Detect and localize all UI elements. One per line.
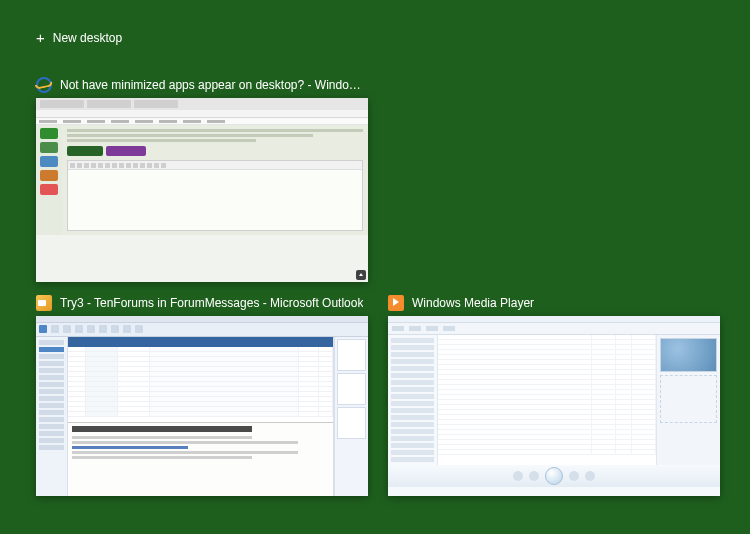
new-desktop-button[interactable]: + New desktop — [36, 30, 122, 45]
play-icon — [545, 467, 563, 485]
shuffle-icon — [513, 471, 523, 481]
window-preview-ie — [36, 98, 368, 282]
window-thumbnail-wmp[interactable]: Windows Media Player — [388, 294, 720, 496]
previous-icon — [529, 471, 539, 481]
window-preview-outlook — [36, 316, 368, 496]
window-thumbnail-ie[interactable]: Not have minimized apps appear on deskto… — [36, 76, 368, 282]
windows-media-player-icon — [388, 295, 404, 311]
scroll-to-top-icon — [356, 270, 366, 280]
playlist-drop-area — [660, 375, 717, 423]
forum-action-bar — [67, 146, 363, 156]
wmp-playback-controls — [388, 465, 720, 487]
new-desktop-label: New desktop — [53, 31, 122, 45]
outlook-reading-pane — [68, 422, 333, 496]
window-preview-wmp — [388, 316, 720, 496]
internet-explorer-icon — [36, 77, 52, 93]
outlook-titlebar — [36, 316, 368, 323]
window-thumbnail-outlook[interactable]: Try3 - TenForums in ForumMessages - Micr… — [36, 294, 368, 496]
wmp-command-bar — [388, 323, 720, 335]
wmp-library-nav — [388, 335, 438, 465]
window-title: Windows Media Player — [412, 296, 534, 310]
mini-calendar — [337, 339, 366, 371]
thumbnail-header: Try3 - TenForums in ForumMessages - Micr… — [36, 294, 368, 312]
plus-icon: + — [36, 30, 45, 45]
forum-reply-editor — [67, 160, 363, 231]
thumbnail-header: Not have minimized apps appear on deskto… — [36, 76, 368, 94]
outlook-calendar-pane — [334, 337, 368, 496]
wmp-track-list — [438, 335, 656, 465]
forum-page-body — [36, 125, 368, 235]
outlook-folder-nav — [36, 337, 68, 496]
window-title: Try3 - TenForums in ForumMessages - Micr… — [60, 296, 363, 310]
repeat-icon — [585, 471, 595, 481]
ie-tab-bar — [36, 98, 368, 110]
mini-calendar — [337, 407, 366, 439]
ie-bookmarks-bar — [36, 118, 368, 125]
outlook-message-list — [68, 337, 334, 496]
thumbnail-header: Windows Media Player — [388, 294, 720, 312]
window-title: Not have minimized apps appear on deskto… — [60, 78, 368, 92]
forum-main-content — [62, 125, 368, 235]
forum-sidebar — [36, 125, 62, 235]
album-art — [660, 338, 717, 372]
outlook-icon — [36, 295, 52, 311]
outlook-ribbon — [36, 323, 368, 337]
next-icon — [569, 471, 579, 481]
wmp-now-playing-pane — [656, 335, 720, 465]
ie-nav-bar — [36, 110, 368, 118]
wmp-titlebar — [388, 316, 720, 323]
mini-calendar — [337, 373, 366, 405]
